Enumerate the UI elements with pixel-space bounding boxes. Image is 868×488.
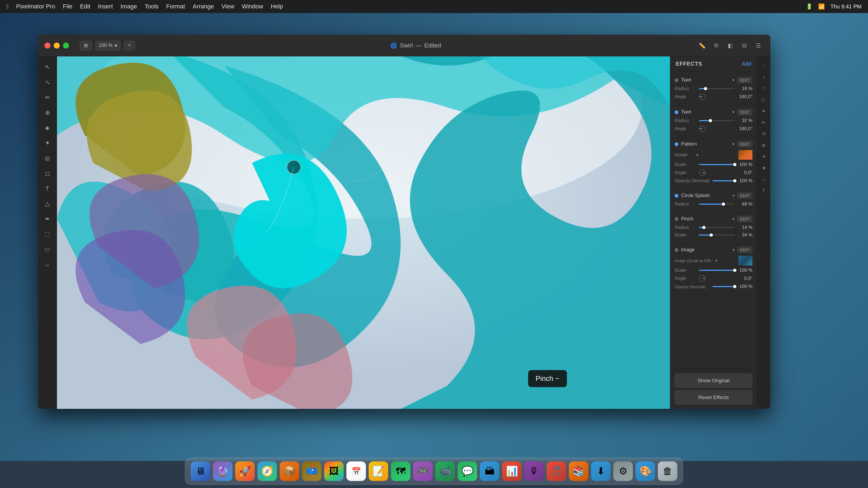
tool-crop[interactable]: ⤡	[41, 76, 54, 89]
effect-twirl1-dot[interactable]	[675, 78, 678, 82]
micro-btn-10[interactable]: ★	[759, 163, 769, 173]
dock-trash[interactable]: 🗑	[658, 461, 677, 481]
dock-pixelmator[interactable]: 🎨	[636, 461, 655, 481]
dock-system-prefs[interactable]: ⚙	[613, 461, 633, 481]
effects-button[interactable]: ◧	[725, 40, 736, 51]
wand-button[interactable]: ✏️	[696, 40, 707, 51]
dock-migrate[interactable]: 📦	[280, 461, 299, 481]
zoom-add-button[interactable]: +	[124, 41, 135, 50]
dock-maps[interactable]: 🗺	[391, 461, 410, 481]
micro-btn-1[interactable]: ↑	[759, 61, 769, 70]
effect-pattern-dot[interactable]	[675, 142, 678, 146]
dock-calendar[interactable]: 📅	[346, 461, 366, 481]
menu-edit[interactable]: Edit	[80, 3, 90, 10]
tool-select-free[interactable]: ⬭	[41, 243, 54, 256]
effect-twirl2-edit[interactable]: EDIT	[737, 109, 752, 115]
menu-file[interactable]: File	[63, 3, 72, 10]
dock-chest[interactable]: 📫	[302, 461, 321, 481]
effect-twirl1-radius-slider[interactable]	[699, 88, 735, 89]
tool-clone[interactable]: ◈	[41, 122, 54, 134]
maximize-button[interactable]	[63, 42, 69, 48]
dock-photos[interactable]: 🖼	[324, 461, 344, 481]
micro-btn-6[interactable]: ✏	[759, 118, 769, 127]
tool-blur[interactable]: ◎	[41, 152, 54, 165]
effect-circle-splash-edit[interactable]: EDIT	[737, 193, 752, 199]
dock-appstore[interactable]: ⬇	[591, 461, 611, 481]
layers-button[interactable]: ⧉	[711, 40, 721, 51]
dock-finder[interactable]: 🖥	[191, 461, 210, 481]
effect-circle-splash-dot[interactable]	[675, 194, 678, 198]
effect-pattern-angle-control[interactable]	[699, 169, 706, 176]
effect-image-scale-slider[interactable]	[699, 270, 735, 271]
dock-arcade[interactable]: 🎮	[413, 461, 433, 481]
tool-cursor[interactable]: ↖	[41, 61, 54, 74]
effect-image-edit[interactable]: EDIT	[737, 247, 752, 253]
info-button[interactable]: ☰	[753, 40, 764, 51]
effect-circle-splash-radius-slider[interactable]	[699, 204, 735, 205]
menu-help[interactable]: Help	[271, 3, 283, 10]
menu-format[interactable]: Format	[166, 3, 185, 10]
canvas-area[interactable]: Pinch ~	[57, 56, 670, 409]
micro-btn-12[interactable]: T	[759, 186, 769, 196]
minimize-button[interactable]	[54, 42, 60, 48]
effect-image-dot[interactable]	[675, 248, 678, 252]
effect-twirl2-radius-slider[interactable]	[699, 120, 735, 121]
effect-pinch-radius-slider[interactable]	[699, 227, 735, 228]
dock-siri[interactable]: 🔮	[213, 461, 232, 481]
effect-image-angle-control[interactable]	[699, 275, 706, 282]
tool-select-rect[interactable]: ⬚	[41, 228, 54, 241]
effect-twirl1-angle-control[interactable]	[699, 94, 706, 100]
menu-app-name[interactable]: Pixelmator Pro	[16, 3, 55, 10]
add-effect-button[interactable]: Add	[742, 61, 751, 67]
tool-paint[interactable]: ✏	[41, 91, 54, 104]
effect-image-thumbnail[interactable]	[738, 256, 752, 265]
micro-btn-8[interactable]: ⊕	[759, 140, 769, 150]
micro-btn-2[interactable]: ↕	[759, 72, 769, 82]
tool-zoom[interactable]: ⌕	[41, 258, 54, 271]
dock-notes[interactable]: 📝	[369, 461, 388, 481]
effect-pinch-dot[interactable]	[675, 217, 678, 221]
dock-safari[interactable]: 🧭	[257, 461, 277, 481]
dock-messages[interactable]: 💬	[458, 461, 477, 481]
micro-btn-7[interactable]: ↺	[759, 129, 769, 139]
effect-twirl1-edit[interactable]: EDIT	[737, 77, 752, 83]
dock-photos2[interactable]: 🏔	[480, 461, 499, 481]
effect-pinch-scale-slider[interactable]	[699, 234, 735, 236]
tool-pen[interactable]: ✒	[41, 213, 54, 226]
micro-btn-5[interactable]: ✦	[759, 106, 769, 116]
tool-erase[interactable]: ◻	[41, 167, 54, 180]
dock-facetime[interactable]: 📹	[435, 461, 455, 481]
effect-pinch-edit[interactable]: EDIT	[737, 216, 752, 222]
micro-btn-4[interactable]: ▷	[759, 95, 769, 105]
effect-twirl2-dot[interactable]	[675, 110, 678, 114]
dock-launchpad[interactable]: 🚀	[235, 461, 255, 481]
micro-btn-9[interactable]: ☀	[759, 152, 769, 162]
close-button[interactable]	[44, 42, 51, 48]
apple-menu[interactable]: 	[6, 3, 8, 10]
effect-pattern-opacity-slider[interactable]	[713, 180, 735, 182]
effect-pattern-scale-slider[interactable]	[699, 164, 735, 165]
dock-numbers[interactable]: 📊	[502, 461, 522, 481]
effect-pattern-edit[interactable]: EDIT	[737, 141, 752, 147]
show-original-button[interactable]: Show Original	[675, 373, 752, 388]
reset-effects-button[interactable]: Reset Effects	[675, 390, 752, 404]
dock-books[interactable]: 📚	[569, 461, 588, 481]
menu-view[interactable]: View	[221, 3, 234, 10]
tool-heal[interactable]: ⊕	[41, 106, 54, 119]
micro-btn-11[interactable]: ⌕	[759, 174, 769, 184]
view-toggle-button[interactable]: ⊞	[80, 41, 92, 51]
menu-arrange[interactable]: Arrange	[193, 3, 214, 10]
adjust-button[interactable]: ⊟	[739, 40, 750, 51]
menu-image[interactable]: Image	[120, 3, 137, 10]
menu-window[interactable]: Window	[242, 3, 263, 10]
effect-pattern-thumbnail[interactable]	[738, 150, 752, 160]
dock-podcasts[interactable]: 🎙	[524, 461, 544, 481]
tool-retouch[interactable]: ✦	[41, 137, 54, 150]
dock-music[interactable]: 🎵	[547, 461, 566, 481]
menu-insert[interactable]: Insert	[98, 3, 113, 10]
tool-type[interactable]: T	[41, 182, 54, 195]
menu-tools[interactable]: Tools	[145, 3, 158, 10]
effect-twirl2-angle-control[interactable]	[699, 126, 706, 132]
effect-image-opacity-slider[interactable]	[713, 286, 735, 287]
micro-btn-3[interactable]: □	[759, 84, 769, 93]
